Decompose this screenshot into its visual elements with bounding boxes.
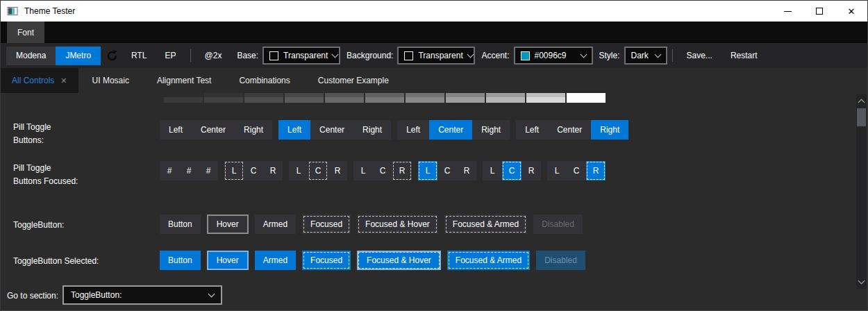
- tab-label: Alignment Test: [157, 76, 212, 85]
- gray-swatch: [164, 93, 203, 103]
- transparent-swatch-icon: [269, 51, 278, 60]
- pill-l-button[interactable]: L: [289, 161, 308, 180]
- rtl-button[interactable]: RTL: [122, 47, 156, 65]
- accent-combobox[interactable]: #0096c9: [514, 47, 593, 65]
- togglebutton-selected-hover[interactable]: Hover: [207, 251, 249, 270]
- grayscale-swatch-strip: [164, 93, 606, 103]
- tab-close-icon[interactable]: ✕: [60, 76, 67, 85]
- togglebutton-focused-hover[interactable]: Focused & Hover: [357, 215, 438, 234]
- pill-r-button[interactable]: R: [457, 161, 476, 180]
- pill-r-button[interactable]: R: [521, 161, 541, 180]
- scroll-up-button[interactable]: [856, 96, 867, 106]
- pill-toggle-group: Left Center Right: [397, 120, 510, 140]
- pill-l-button[interactable]: L: [418, 161, 437, 180]
- restart-button[interactable]: Restart: [721, 47, 767, 65]
- ep-button[interactable]: EP: [156, 47, 185, 65]
- close-icon: ✕: [848, 7, 856, 16]
- togglebutton-focused[interactable]: Focused: [302, 215, 351, 234]
- tab-all-controls[interactable]: All Controls ✕: [1, 68, 78, 93]
- go-to-section-value: ToggleButton:: [71, 290, 122, 300]
- togglebutton-selected-normal[interactable]: Button: [160, 251, 201, 270]
- pill-center-button[interactable]: Center: [548, 120, 591, 140]
- pill-left-button[interactable]: Left: [160, 120, 192, 140]
- tab-bar: All Controls ✕ UI Mosaic Alignment Test …: [1, 68, 867, 93]
- pill-r-button[interactable]: R: [328, 161, 347, 180]
- togglebutton-selected-armed[interactable]: Armed: [255, 251, 296, 270]
- pill-toggle-group: L C R: [418, 161, 476, 180]
- pill-c-button[interactable]: C: [308, 161, 328, 180]
- togglebutton-selected-focused[interactable]: Focused: [302, 251, 351, 270]
- pill-left-button[interactable]: Left: [516, 120, 548, 140]
- togglebutton-armed[interactable]: Armed: [255, 215, 296, 234]
- pill-right-button[interactable]: Right: [235, 120, 272, 140]
- scroll-down-button[interactable]: [856, 277, 867, 287]
- tab-alignment-test[interactable]: Alignment Test: [143, 68, 226, 93]
- pill-c-button[interactable]: C: [437, 161, 457, 180]
- pill-l-button[interactable]: L: [353, 161, 373, 180]
- style-value: Dark: [631, 51, 649, 60]
- pill-center-button[interactable]: Center: [310, 120, 353, 140]
- pill-right-button[interactable]: Right: [353, 120, 391, 140]
- chevron-down-icon: [332, 51, 339, 58]
- tab-label: Customer Example: [318, 76, 389, 85]
- pill-toggle-group: L C R: [547, 161, 606, 180]
- jmetro-theme-button[interactable]: JMetro: [56, 47, 101, 65]
- tab-combinations[interactable]: Combinations: [225, 68, 303, 93]
- togglebutton-normal[interactable]: Button: [160, 215, 201, 234]
- togglebutton-selected-focused-hover[interactable]: Focused & Hover: [357, 251, 441, 270]
- gray-swatch: [325, 93, 364, 103]
- minimize-button[interactable]: [771, 1, 803, 22]
- pill-left-button[interactable]: Left: [397, 120, 429, 140]
- pill-c-button[interactable]: C: [567, 161, 586, 180]
- pill-toggle-group: # # #: [160, 161, 218, 180]
- pill-r-button[interactable]: R: [392, 161, 412, 180]
- pill-center-button[interactable]: Center: [429, 120, 472, 140]
- togglebutton-selected-focused-armed[interactable]: Focused & Armed: [447, 251, 530, 270]
- menu-font[interactable]: Font: [7, 22, 44, 43]
- scrollbar-thumb[interactable]: [857, 108, 866, 126]
- tab-customer-example[interactable]: Customer Example: [304, 68, 403, 93]
- pill-l-button[interactable]: L: [483, 161, 502, 180]
- scale-2x-button[interactable]: @2x: [196, 47, 231, 65]
- pill-c-button[interactable]: C: [244, 161, 263, 180]
- maximize-button[interactable]: [803, 1, 835, 22]
- modena-theme-button[interactable]: Modena: [6, 47, 56, 65]
- togglebutton-focused-armed[interactable]: Focused & Armed: [444, 215, 527, 234]
- pill-c-button[interactable]: C: [373, 161, 392, 180]
- app-icon: [7, 6, 18, 17]
- save-button[interactable]: Save...: [678, 47, 721, 65]
- refresh-button[interactable]: [106, 50, 118, 62]
- togglebutton-hover[interactable]: Hover: [207, 215, 249, 234]
- pill-r-button[interactable]: R: [263, 161, 283, 180]
- pill-toggle-group: Left Center Right: [516, 120, 628, 140]
- maximize-icon: [816, 8, 823, 15]
- chevron-down-icon: [858, 278, 865, 285]
- accent-color-swatch-icon: [521, 51, 530, 60]
- close-button[interactable]: ✕: [835, 1, 867, 22]
- togglebutton-selected-disabled[interactable]: Disabled: [536, 251, 585, 270]
- pill-right-button[interactable]: Right: [591, 120, 628, 140]
- pill-center-button[interactable]: Center: [192, 120, 235, 140]
- pill-right-button[interactable]: Right: [472, 120, 510, 140]
- pill-hash-button[interactable]: #: [199, 161, 218, 180]
- tab-label: All Controls: [12, 76, 54, 85]
- pill-l-button[interactable]: L: [224, 161, 244, 180]
- pill-l-button[interactable]: L: [547, 161, 567, 180]
- go-to-section-combobox[interactable]: ToggleButton:: [62, 285, 222, 305]
- pill-toggle-focused-row: # # # L C R L C R L C R L C R L C R: [160, 161, 606, 180]
- pill-left-button[interactable]: Left: [278, 120, 310, 140]
- pill-hash-button[interactable]: #: [160, 161, 179, 180]
- pill-hash-button[interactable]: #: [179, 161, 199, 180]
- togglebutton-row: Button Hover Armed Focused Focused & Hov…: [160, 215, 583, 234]
- vertical-scrollbar[interactable]: [856, 94, 867, 289]
- background-combobox[interactable]: Transparent: [397, 47, 475, 65]
- toolbar-separator: [190, 49, 191, 62]
- base-combobox[interactable]: Transparent: [262, 47, 340, 65]
- togglebutton-label: ToggleButton:: [13, 219, 64, 232]
- tab-ui-mosaic[interactable]: UI Mosaic: [78, 68, 143, 93]
- togglebutton-disabled[interactable]: Disabled: [533, 215, 583, 234]
- style-combobox[interactable]: Dark: [624, 47, 667, 65]
- togglebutton-selected-label: ToggleButton Selected:: [13, 255, 99, 268]
- pill-r-button[interactable]: R: [586, 161, 606, 180]
- pill-c-button[interactable]: C: [502, 161, 521, 180]
